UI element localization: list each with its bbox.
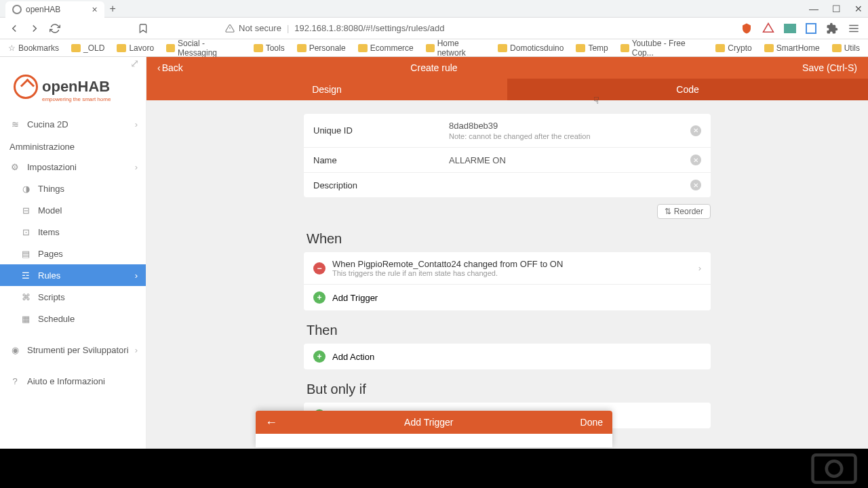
sidebar-item-rules[interactable]: ☲ Rules [0, 264, 146, 286]
popup-header: ← Add Trigger Done [256, 411, 612, 434]
sidebar-item-items[interactable]: ⊡ Items [0, 221, 146, 243]
sidebar-item-model[interactable]: ⊟ Model [0, 199, 146, 221]
sort-icon: ⇅ [665, 207, 671, 216]
bookmark-personale[interactable]: Personale [297, 43, 346, 53]
list-icon: ☲ [20, 270, 31, 281]
back-label: Back [162, 62, 183, 73]
nav-back-icon[interactable] [8, 22, 20, 35]
sidebar-item-devtools[interactable]: ◉ Strumenti per Sviluppatori [0, 339, 146, 361]
add-trigger-item[interactable]: + Add Trigger [304, 285, 711, 310]
sidebar-item-label: Scripts [38, 292, 65, 302]
save-button[interactable]: Save (Ctrl-S) [802, 62, 857, 73]
url-area[interactable]: Not secure | 192.168.1.8:8080/#!/setting… [225, 23, 732, 33]
bookmark-temp[interactable]: Temp [576, 43, 608, 53]
add-trigger-label: Add Trigger [332, 293, 701, 303]
sidebar-item-schedule[interactable]: ▦ Schedule [0, 308, 146, 329]
add-action-label: Add Action [332, 352, 701, 362]
bookmark-all[interactable]: ☆Bookmarks [8, 43, 59, 53]
trigger-sub: This triggers the rule if an item state … [332, 269, 698, 277]
bookmark-utils[interactable]: Utils [832, 43, 860, 53]
svg-point-6 [827, 461, 842, 476]
clear-icon[interactable]: ✕ [690, 180, 701, 190]
form-row-uid: Unique ID 8dad8beb39 Note: cannot be cha… [304, 114, 711, 148]
sidebar-item-impostazioni[interactable]: ⚙ Impostazioni [0, 156, 146, 178]
bookmark-crypto[interactable]: Crypto [715, 43, 751, 53]
tab-design[interactable]: Design [146, 79, 507, 100]
sidebar-item-label: Rules [38, 270, 60, 281]
sidebar-item-things[interactable]: ◑ Things [0, 178, 146, 199]
close-tab-icon[interactable]: × [92, 4, 97, 15]
reorder-button[interactable]: ⇅ Reorder [657, 204, 711, 219]
bookmark-lavoro[interactable]: Lavoro [117, 43, 154, 53]
sidebar-item-help[interactable]: ? Aiuto e Informazioni [0, 370, 146, 392]
bookmark-page-icon[interactable] [137, 22, 149, 35]
sidebar-item-label: Pages [38, 249, 63, 259]
bookmark-smarthome[interactable]: SmartHome [764, 43, 820, 53]
section-when: When [304, 231, 711, 247]
menu-icon[interactable] [848, 22, 860, 35]
svg-rect-5 [813, 455, 856, 483]
remove-icon[interactable]: − [313, 262, 326, 274]
bookmark-domoticsduino[interactable]: Domoticsduino [498, 43, 564, 53]
sidebar-item-label: Impostazioni [27, 162, 77, 172]
name-label: Name [313, 155, 449, 165]
uid-note: Note: cannot be changed after the creati… [449, 132, 690, 140]
bookmark-youtube[interactable]: Youtube - Free Cop... [620, 39, 704, 58]
sidebar-item-label: Aiuto e Informazioni [27, 376, 105, 386]
clear-icon[interactable]: ✕ [690, 155, 701, 165]
browser-tab-strip: openHAB × + — ☐ ✕ [0, 0, 868, 18]
folder-icon [498, 44, 507, 52]
minimize-icon[interactable]: — [809, 3, 818, 14]
add-action-item[interactable]: + Add Action [304, 344, 711, 369]
brave-rewards-icon[interactable] [762, 22, 774, 35]
folder-icon [764, 44, 774, 52]
browser-url-bar: Not secure | 192.168.1.8:8080/#!/setting… [0, 18, 868, 39]
bookmark-old[interactable]: _OLD [71, 43, 104, 53]
sidebar-item-cucina[interactable]: ≋ Cucina 2D [0, 113, 146, 135]
favicon-icon [12, 5, 22, 14]
name-value[interactable]: ALLARME ON [449, 155, 690, 165]
new-tab-button[interactable]: + [110, 3, 116, 15]
bookmark-tools[interactable]: Tools [254, 43, 285, 53]
form-row-description: Description ✕ [304, 173, 711, 197]
folder-icon [254, 44, 263, 52]
bookmark-home-network[interactable]: Home network [426, 39, 486, 58]
nav-forward-icon[interactable] [28, 22, 41, 35]
close-window-icon[interactable]: ✕ [854, 3, 863, 14]
tab-code[interactable]: Code [507, 79, 868, 100]
back-button[interactable]: ‹ Back [157, 62, 183, 73]
folder-icon [715, 44, 725, 52]
bookmark-social[interactable]: Social - Messaging [166, 39, 241, 58]
pin-icon[interactable]: ⤢ [130, 57, 139, 69]
sidebar-item-scripts[interactable]: ⌘ Scripts [0, 286, 146, 308]
security-label: Not secure [239, 23, 281, 33]
window-controls: — ☐ ✕ [809, 3, 863, 14]
chevron-left-icon: ‹ [157, 62, 161, 73]
logo-sub: empowering the smart home [42, 96, 132, 102]
extensions-icon[interactable] [826, 22, 838, 35]
logo-area: openHAB empowering the smart home [0, 69, 146, 113]
add-trigger-popup: ← Add Trigger Done [256, 411, 612, 447]
then-list: + Add Action [304, 344, 711, 369]
folder-icon [297, 44, 307, 52]
browser-tab[interactable]: openHAB × [5, 1, 104, 18]
tabs-row: Design Code [146, 79, 868, 100]
reload-icon[interactable] [49, 22, 61, 35]
sidebar-item-label: Items [38, 227, 60, 237]
maximize-icon[interactable]: ☐ [832, 3, 841, 14]
ext-icon-2[interactable] [806, 23, 816, 34]
brave-shield-icon[interactable] [741, 22, 753, 35]
sidebar-item-label: Schedule [38, 314, 75, 324]
add-icon: + [313, 291, 326, 304]
popup-back-icon[interactable]: ← [265, 415, 277, 430]
clear-icon[interactable]: ✕ [690, 125, 701, 136]
uid-value[interactable]: 8dad8beb39 [449, 121, 690, 131]
ext-icon-1[interactable] [784, 24, 796, 33]
trigger-item[interactable]: − When PigpioRemote_Contatto24 changed f… [304, 252, 711, 285]
popup-done-button[interactable]: Done [580, 417, 603, 428]
form-card: Unique ID 8dad8beb39 Note: cannot be cha… [304, 114, 711, 197]
shield-icon: ◉ [9, 344, 20, 355]
video-bottom-bar [0, 449, 868, 488]
sidebar-item-pages[interactable]: ▤ Pages [0, 243, 146, 264]
bookmark-ecommerce[interactable]: Ecommerce [358, 43, 414, 53]
